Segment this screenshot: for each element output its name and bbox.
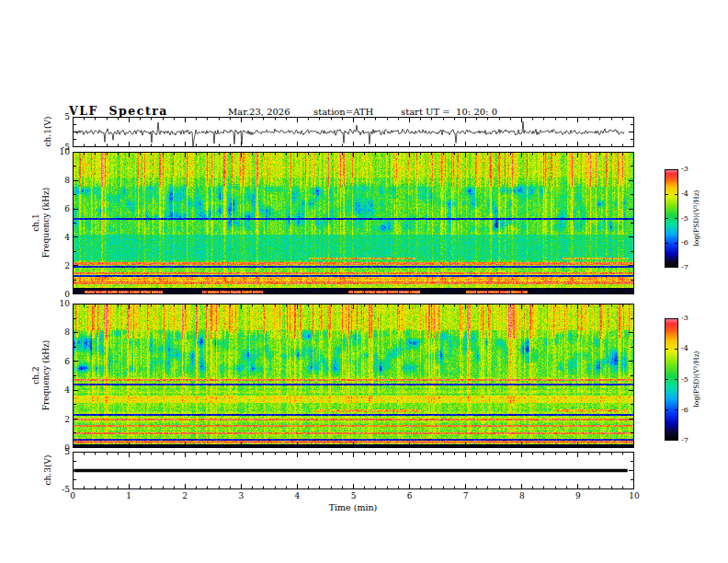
x-tick-label: 8 [519,492,525,500]
ch3-wave-ylabel: ch.3(V) [43,455,53,486]
spec2-y-tick-label: 10 [50,300,70,308]
colorbar1-tick-label: -7 [681,264,688,271]
ch2-spec-ylabel: ch.2 Frequency (kHz) [31,340,51,411]
x-tick-label: 3 [238,492,244,500]
spec1-y-tick-label: 4 [50,234,70,242]
ch1-waveform-canvas [73,117,634,147]
spec1-y-tick-label: 6 [50,205,70,213]
colorbar2-tick-label: -7 [681,437,688,444]
x-tick-label: 6 [407,492,413,500]
wave1-y-tick-label: 5 [50,113,70,121]
ch2-spectrogram-canvas [73,304,634,448]
spec2-y-tick-label: 4 [50,386,70,395]
plot-station: station=ATH [313,107,373,117]
colorbar2-canvas [665,318,678,441]
plot-start-ut: start UT = 10: 20: 0 [401,107,497,117]
x-tick-label: 1 [126,492,131,500]
colorbar1-canvas [665,169,678,268]
colorbar1-label: log(PSD)(V²/Hz) [692,190,700,246]
wave3-y-tick-label: 5 [50,448,70,456]
ch1-spec-ylabel-line2: Frequency (kHz) [41,188,51,259]
x-tick-label: 4 [295,492,301,500]
colorbar1-tick-label: -3 [681,166,688,173]
x-tick-label: 10 [629,492,639,500]
plot-title: VLF Spectra [69,104,168,118]
wave3-y-tick-label: -5 [50,486,70,494]
x-tick-label: 9 [575,492,581,500]
x-tick-label: 7 [463,492,469,500]
colorbar1-tick-label: -5 [681,215,688,223]
vlf-spectra-figure: VLF Spectra Mar.23, 2026 station=ATH sta… [0,0,728,563]
ch2-spec-ylabel-line1: ch.2 [31,340,41,411]
spec2-y-tick-label: 6 [50,357,70,365]
plot-date: Mar.23, 2026 [228,107,290,117]
colorbar2-tick-label: -6 [681,407,688,414]
colorbar2-tick-label: -4 [681,345,688,352]
colorbar1-tick-label: -6 [681,239,688,247]
spec2-y-tick-label: 2 [50,415,70,423]
ch3-waveform-canvas [73,452,634,489]
spec1-y-tick-label: 0 [50,291,70,299]
x-tick-label: 2 [182,492,188,500]
colorbar1-tick-label: -4 [681,190,688,198]
spec1-y-tick-label: 2 [50,262,70,270]
ch1-spec-ylabel-line1: ch.1 [31,188,41,259]
colorbar2-tick-label: -3 [681,315,688,322]
ch1-spec-ylabel: ch.1 Frequency (kHz) [31,188,51,259]
spec2-y-tick-label: 8 [50,328,70,337]
wave1-y-tick-label: -5 [50,144,70,152]
x-tick-label: 0 [70,492,75,500]
colorbar2-tick-label: -5 [681,376,688,384]
ch2-spec-ylabel-line2: Frequency (kHz) [41,340,51,411]
x-tick-label: 5 [351,492,357,500]
spec1-y-tick-label: 8 [50,177,70,185]
x-axis-title: Time (min) [329,502,378,512]
colorbar2-label: log(PSD)(V²/Hz) [692,350,700,407]
ch1-spectrogram-canvas [73,152,634,294]
